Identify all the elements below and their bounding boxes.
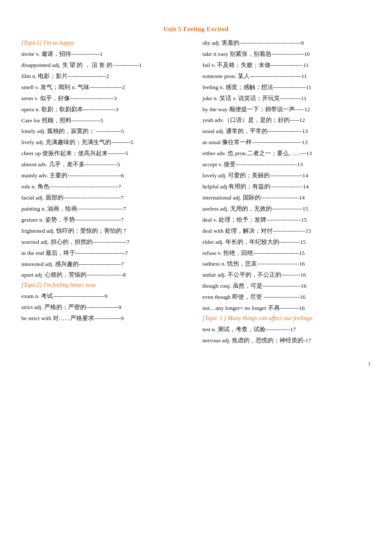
topic3-header: [Topic 3 ] Many things can affect our fe… bbox=[202, 315, 366, 322]
list-item: either adv. 也 pron.二者之一；要么……---13 bbox=[202, 149, 366, 158]
list-item: deal v. 处理；给予；发牌------------------15 bbox=[202, 216, 366, 225]
list-item: lively adj. 充满趣味的；充满生气的----------5 bbox=[21, 138, 185, 147]
list-item: painting n. 油画，绘画-----------------------… bbox=[21, 205, 185, 214]
list-item: film n. 电影；影片--------------------2 bbox=[21, 72, 185, 81]
list-item: as usual 像往常一样--------------------------… bbox=[202, 138, 366, 147]
left-column: [Topic1] I'm so happy. invite v. 邀请，招待--… bbox=[21, 39, 190, 347]
list-item: be strict with 对……严格要求--------------9 bbox=[21, 314, 185, 323]
list-item: international adj. 国际的------------------… bbox=[202, 194, 366, 202]
list-item: joke n. 笑话 v. 说笑话；开玩笑-----------11 bbox=[202, 94, 366, 103]
list-item: test n. 测试，考查，试验-------------17 bbox=[202, 325, 366, 334]
topic2-header: [Topic2] I'm feeling better now. bbox=[21, 282, 185, 289]
list-item: accept v. 接受----------------------------… bbox=[202, 160, 366, 169]
list-item: deal with 处理，解决；对付-----------------15 bbox=[202, 227, 366, 236]
list-item: frightened adj. 惊吓的；受惊的；害怕的 7 bbox=[21, 227, 185, 236]
list-item: smell v. 发气；闻到 n. 气味-----------------2 bbox=[21, 83, 185, 92]
list-item: interested adj. 感兴趣的--------------------… bbox=[21, 260, 185, 269]
list-item: upset adj. 心烦的，苦恼的-------------------8 bbox=[21, 271, 185, 280]
list-item: worried adj. 担心的，担扰的------------------7 bbox=[21, 238, 185, 247]
list-item: in the end 最后，终于------------------------… bbox=[21, 249, 185, 258]
list-item: yeah adv.（口语）是，是的；好的-----12 bbox=[202, 116, 366, 125]
list-item: lovely adj. 可爱的；美丽的-----------------14 bbox=[202, 171, 366, 180]
list-item: helpful adj.有用的；有益的-----------------14 bbox=[202, 182, 366, 191]
list-item: gesture n. 姿势，手势------------------------… bbox=[21, 216, 185, 225]
list-item: opera n. 歌剧；歌剧剧本-----------------3 bbox=[21, 105, 185, 114]
list-item: unfair adj. 不公平的，不公正的----------16 bbox=[202, 271, 366, 280]
list-item: even though 即使，尽管 -------------------16 bbox=[202, 293, 366, 302]
list-item: Care for 照顾，照料---------------5 bbox=[21, 116, 185, 125]
list-item: cheer up 使振作起来；使高兴起来---------5 bbox=[21, 149, 185, 158]
list-item: exam n. 考试---------------------------9 bbox=[21, 292, 185, 301]
topic1-header: [Topic1] I'm so happy. bbox=[21, 40, 185, 46]
list-item: take it easy 别紧张，别着急-----------------10 bbox=[202, 50, 366, 59]
list-item: strict adj. 严格的；严密的-----------------9 bbox=[21, 303, 185, 312]
page-title: Unit 5 Feeling Excited bbox=[21, 26, 371, 33]
list-item: role n. 角色------------------------------… bbox=[21, 182, 185, 191]
list-item: elder adj. 年长的，年纪较大的-----------15 bbox=[202, 238, 366, 247]
list-item: sadness n. 忧伤，悲哀----------------------16 bbox=[202, 260, 366, 269]
list-item: lonely adj. 孤独的，寂寞的； -------------5 bbox=[21, 127, 185, 136]
list-item: disappointed adj. 失 望 的 ， 沮 丧 的 --------… bbox=[21, 61, 185, 70]
list-item: invite v. 邀请，招待---------------1 bbox=[21, 50, 185, 59]
list-item: nervous adj. 焦虑的，恐慌的；神经质的-17 bbox=[202, 336, 366, 345]
list-item: refuse v. 拒绝，回绝------------------------1… bbox=[202, 249, 366, 258]
list-item: someone pron. 某人------------------------… bbox=[202, 72, 366, 81]
list-item: seem v. 似乎，好像-----------------------3 bbox=[21, 94, 185, 103]
list-item: almost adv. 几乎，差不多-----------------5 bbox=[21, 160, 185, 169]
list-item: not…any longer= no longer 不再----------16 bbox=[202, 304, 366, 313]
page-number: 1 bbox=[21, 360, 371, 367]
list-item: mainly adv. 主要的-------------------------… bbox=[21, 171, 185, 180]
list-item: by the way 顺便提一下；捎带说一声-----12 bbox=[202, 105, 366, 114]
list-item: facial adj. 面部的-------------------------… bbox=[21, 194, 185, 202]
right-column: shy adj. 害羞的----------------------------… bbox=[190, 39, 371, 347]
list-item: though conj. 虽然，可是--------------------16 bbox=[202, 282, 366, 291]
list-item: feeling n. 感觉；感触；想法-----------------11 bbox=[202, 83, 366, 92]
list-item: fail v. 不及格；失败；未做-----------------11 bbox=[202, 61, 366, 70]
list-item: useless adj. 无用的，无效的----------------15 bbox=[202, 205, 366, 214]
list-item: shy adj. 害羞的----------------------------… bbox=[202, 39, 366, 48]
list-item: usual adj. 通常的，平常的------------------13 bbox=[202, 127, 366, 136]
